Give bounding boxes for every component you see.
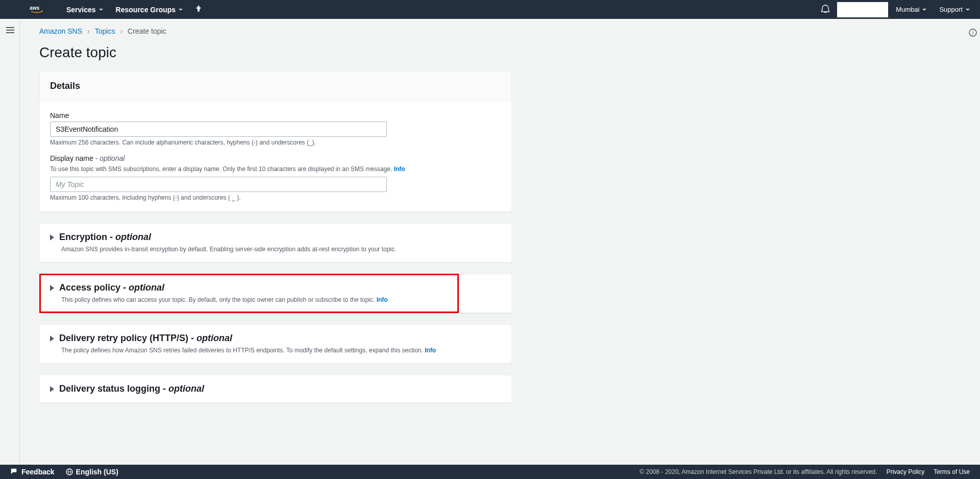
info-link[interactable]: Info: [425, 347, 436, 354]
delivery-retry-section[interactable]: Delivery retry policy (HTTP/S) - optiona…: [39, 324, 512, 364]
feedback-link[interactable]: Feedback: [21, 468, 55, 476]
access-policy-section[interactable]: Access policy - optional This policy def…: [40, 274, 458, 313]
chevron-right-icon: ›: [120, 27, 122, 35]
display-name-desc-text: To use this topic with SMS subscriptions…: [50, 165, 392, 173]
name-field: Name Maximum 256 characters. Can include…: [50, 111, 501, 146]
caret-down-icon: [922, 9, 926, 11]
svg-text:i: i: [972, 30, 974, 36]
caret-down-icon: [99, 9, 103, 11]
copyright: © 2008 - 2020, Amazon Internet Services …: [640, 468, 877, 475]
name-input[interactable]: [50, 122, 387, 137]
name-label: Name: [50, 111, 501, 119]
account-box[interactable]: [837, 2, 888, 17]
svg-text:aws: aws: [30, 5, 39, 11]
expand-icon: [50, 336, 54, 342]
display-name-hint: Maximum 100 characters, including hyphen…: [50, 194, 501, 201]
encryption-title: Encryption - optional: [59, 232, 151, 243]
nav-right: Mumbai Support: [821, 2, 970, 17]
top-nav: aws Services Resource Groups Mumbai Supp…: [0, 0, 980, 19]
access-policy-wrapper: Access policy - optional This policy def…: [39, 274, 512, 313]
encryption-section[interactable]: Encryption - optional Amazon SNS provide…: [39, 223, 512, 262]
display-name-desc: To use this topic with SMS subscriptions…: [50, 164, 501, 174]
caret-down-icon: [966, 9, 970, 11]
delivery-retry-title: Delivery retry policy (HTTP/S) - optiona…: [59, 333, 232, 344]
access-policy-desc-text: This policy defines who can access your …: [61, 296, 375, 303]
display-name-field: Display name - optional To use this topi…: [50, 154, 501, 201]
nav-support-label: Support: [939, 6, 963, 13]
details-card: Details Name Maximum 256 characters. Can…: [39, 71, 512, 212]
expand-icon: [50, 386, 54, 392]
encryption-desc: Amazon SNS provides in-transit encryptio…: [61, 245, 501, 254]
delivery-retry-desc: The policy defines how Amazon SNS retrie…: [61, 346, 501, 355]
breadcrumb-current: Create topic: [128, 27, 166, 35]
privacy-link[interactable]: Privacy Policy: [887, 468, 925, 475]
nav-region-label: Mumbai: [896, 6, 919, 13]
expand-icon: [50, 285, 54, 291]
delivery-logging-title: Delivery status logging - optional: [59, 384, 204, 394]
terms-link[interactable]: Terms of Use: [934, 468, 970, 475]
hamburger-menu[interactable]: [6, 26, 14, 35]
optional-text: - optional: [95, 154, 125, 162]
chevron-right-icon: ›: [87, 27, 90, 35]
feedback-icon[interactable]: [10, 468, 17, 476]
bell-icon[interactable]: [821, 5, 829, 14]
expand-icon: [50, 234, 54, 241]
info-side-icon[interactable]: i: [969, 29, 977, 39]
nav-support[interactable]: Support: [939, 6, 970, 13]
footer: Feedback English (US) © 2008 - 2020, Ama…: [0, 465, 980, 479]
page-title: Create topic: [39, 44, 946, 61]
breadcrumb: Amazon SNS › Topics › Create topic: [39, 27, 946, 35]
nav-services[interactable]: Services: [66, 6, 103, 14]
delivery-logging-section[interactable]: Delivery status logging - optional: [39, 375, 512, 403]
delivery-retry-desc-text: The policy defines how Amazon SNS retrie…: [61, 347, 423, 354]
caret-down-icon: [179, 9, 183, 11]
details-header: Details: [40, 71, 511, 101]
info-link[interactable]: Info: [377, 296, 388, 303]
main-content: Amazon SNS › Topics › Create topic Creat…: [19, 19, 966, 465]
breadcrumb-topics[interactable]: Topics: [95, 27, 115, 35]
display-name-input[interactable]: [50, 177, 387, 192]
aws-logo[interactable]: aws: [28, 5, 48, 15]
breadcrumb-sns[interactable]: Amazon SNS: [39, 27, 82, 35]
nav-region[interactable]: Mumbai: [896, 6, 926, 13]
nav-resource-groups-label: Resource Groups: [116, 6, 176, 14]
display-name-label-text: Display name: [50, 154, 93, 162]
display-name-label: Display name - optional: [50, 154, 501, 162]
nav-resource-groups[interactable]: Resource Groups: [116, 6, 183, 14]
access-policy-desc: This policy defines who can access your …: [61, 295, 448, 304]
pin-icon[interactable]: [195, 5, 202, 14]
access-policy-title: Access policy - optional: [59, 282, 164, 293]
nav-services-label: Services: [66, 6, 96, 14]
language-label: English (US): [76, 468, 118, 476]
language-selector[interactable]: English (US): [66, 468, 118, 476]
name-hint: Maximum 256 characters. Can include alph…: [50, 139, 501, 146]
info-link[interactable]: Info: [394, 165, 405, 173]
